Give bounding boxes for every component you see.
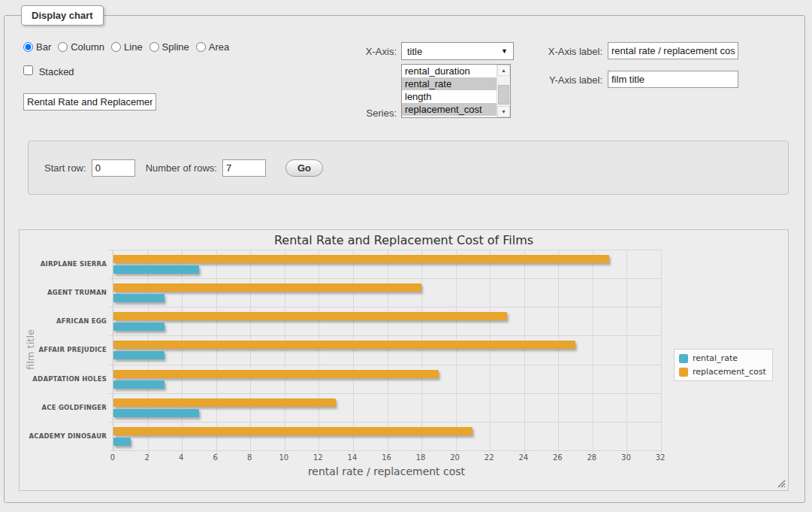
series-option-rental_rate[interactable]: rental_rate	[402, 77, 497, 90]
bar-replacement_cost[interactable]	[113, 283, 421, 292]
legend-item-replacement_cost[interactable]: replacement_cost	[679, 367, 766, 377]
series-listbox[interactable]: rental_durationrental_ratelengthreplacem…	[401, 64, 511, 118]
category-label: AFFAIR PREJUDICE	[30, 335, 107, 364]
bar-group	[113, 422, 661, 450]
x-tick-label: 8	[247, 453, 252, 462]
category-label: ACADEMY DINOSAUR	[30, 422, 107, 450]
x-tick-label: 18	[416, 453, 426, 462]
number-of-rows-input[interactable]	[222, 159, 266, 177]
series-option-rental_duration[interactable]: rental_duration	[402, 65, 497, 77]
category-label: AGENT TRUMAN	[30, 278, 107, 307]
x-tick-label: 30	[621, 453, 631, 462]
radio-label: Bar	[36, 41, 51, 53]
fieldset-legend: Display chart	[21, 5, 104, 26]
series-select-label: Series:	[320, 108, 397, 119]
bars-layer	[113, 250, 661, 450]
gridline	[109, 450, 661, 451]
category-label: ACE GOLDFINGER	[30, 393, 107, 422]
chart-type-option-area[interactable]: Area	[196, 41, 229, 53]
display-chart-fieldset: Display chart BarColumnLineSplineArea St…	[4, 15, 805, 503]
scrollbar-thumb[interactable]	[498, 85, 509, 105]
scroll-down-icon[interactable]: ▼	[497, 106, 510, 117]
x-tick-label: 12	[313, 453, 323, 462]
chart-type-option-bar[interactable]: Bar	[23, 41, 51, 53]
radio-bar[interactable]	[23, 42, 33, 52]
y-axis-label-caption: Y-Axis label:	[485, 74, 602, 86]
legend-swatch	[679, 368, 688, 377]
chart-type-radio-group: BarColumnLineSplineArea	[23, 41, 236, 53]
x-tick-label: 10	[279, 453, 288, 462]
x-tick-label: 0	[110, 453, 115, 462]
x-tick-label: 22	[484, 453, 494, 462]
stacked-label-wrap[interactable]: Stacked	[23, 65, 74, 77]
start-row-input[interactable]	[92, 159, 135, 177]
bar-replacement_cost[interactable]	[113, 312, 507, 320]
x-tick-label: 14	[348, 453, 358, 462]
x-axis-tick-labels: 02468101214161820222426283032	[113, 453, 660, 464]
x-tick-label: 2	[144, 453, 149, 462]
bar-replacement_cost[interactable]	[113, 341, 575, 349]
radio-area[interactable]	[196, 42, 206, 52]
category-label: AIRPLANE SIERRA	[30, 250, 107, 278]
stacked-checkbox[interactable]	[23, 65, 33, 75]
plot-area	[113, 250, 661, 451]
chart-legend: rental_ratereplacement_cost	[674, 349, 773, 381]
go-button[interactable]: Go	[285, 159, 323, 177]
bar-rental_rate[interactable]	[113, 294, 165, 302]
legend-label: replacement_cost	[693, 367, 766, 377]
series-option-replacement_cost[interactable]: replacement_cost	[402, 103, 497, 116]
radio-label: Column	[71, 41, 104, 53]
x-tick-label: 4	[179, 453, 183, 462]
radio-line[interactable]	[111, 42, 121, 52]
x-tick-label: 20	[450, 453, 460, 462]
x-tick-label: 26	[553, 453, 563, 462]
number-of-rows-label: Number of rows:	[146, 162, 217, 174]
x-axis-selected-value: title	[407, 46, 422, 57]
legend-item-rental_rate[interactable]: rental_rate	[679, 353, 766, 363]
row-range-box: Start row: Number of rows: Go	[28, 141, 789, 195]
bar-rental_rate[interactable]	[113, 351, 165, 359]
radio-label: Spline	[162, 41, 189, 53]
chart-type-option-spline[interactable]: Spline	[149, 41, 189, 53]
x-tick-label: 6	[213, 453, 218, 462]
bar-rental_rate[interactable]	[113, 323, 165, 331]
start-row-label: Start row:	[44, 162, 86, 174]
y-axis-label-input[interactable]	[608, 71, 738, 88]
bar-rental_rate[interactable]	[113, 438, 131, 446]
category-label: ADAPTATION HOLES	[30, 365, 107, 393]
bar-rental_rate[interactable]	[113, 265, 199, 274]
listbox-scrollbar[interactable]: ▲ ▼	[497, 65, 510, 117]
x-axis-title: rental rate / replacement cost	[113, 465, 660, 477]
chart-title-input[interactable]	[23, 93, 156, 111]
resize-handle-icon[interactable]	[777, 480, 786, 488]
radio-column[interactable]	[58, 42, 68, 52]
gridline	[661, 250, 662, 454]
legend-label: rental_rate	[693, 353, 738, 363]
x-tick-label: 32	[656, 453, 666, 462]
radio-spline[interactable]	[149, 42, 159, 52]
bar-group	[113, 250, 661, 278]
category-axis-labels: AIRPLANE SIERRAAGENT TRUMANAFRICAN EGGAF…	[30, 250, 107, 450]
bar-replacement_cost[interactable]	[113, 370, 439, 378]
chart-type-option-line[interactable]: Line	[111, 41, 143, 53]
radio-label: Line	[124, 41, 143, 53]
chart-container: Rental Rate and Replacement Cost of Film…	[19, 229, 789, 491]
x-tick-label: 28	[587, 453, 597, 462]
x-axis-label-input[interactable]	[608, 42, 738, 59]
x-axis-select-label: X-Axis:	[320, 46, 397, 57]
bar-group	[113, 393, 661, 422]
bar-group	[113, 365, 661, 393]
chart-title: Rental Rate and Replacement Cost of Film…	[20, 233, 788, 247]
page: Display chart BarColumnLineSplineArea St…	[0, 0, 812, 512]
bar-replacement_cost[interactable]	[113, 398, 336, 407]
series-option-length[interactable]: length	[402, 90, 497, 103]
stacked-row: Stacked	[23, 65, 74, 77]
category-label: AFRICAN EGG	[30, 307, 107, 335]
bar-rental_rate[interactable]	[113, 380, 165, 389]
bar-rental_rate[interactable]	[113, 409, 199, 417]
bar-replacement_cost[interactable]	[113, 255, 609, 263]
bar-group	[113, 307, 661, 335]
x-axis-label-caption: X-Axis label:	[485, 46, 602, 57]
chart-type-option-column[interactable]: Column	[58, 41, 104, 53]
bar-replacement_cost[interactable]	[113, 427, 472, 435]
